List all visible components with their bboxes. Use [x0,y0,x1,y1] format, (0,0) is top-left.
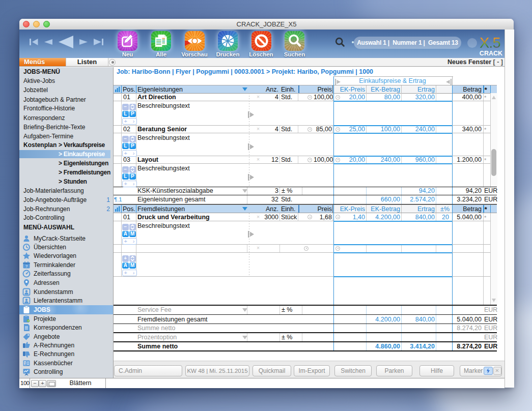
svg-text:$: $ [24,361,26,365]
svg-text:?: ? [25,263,27,268]
